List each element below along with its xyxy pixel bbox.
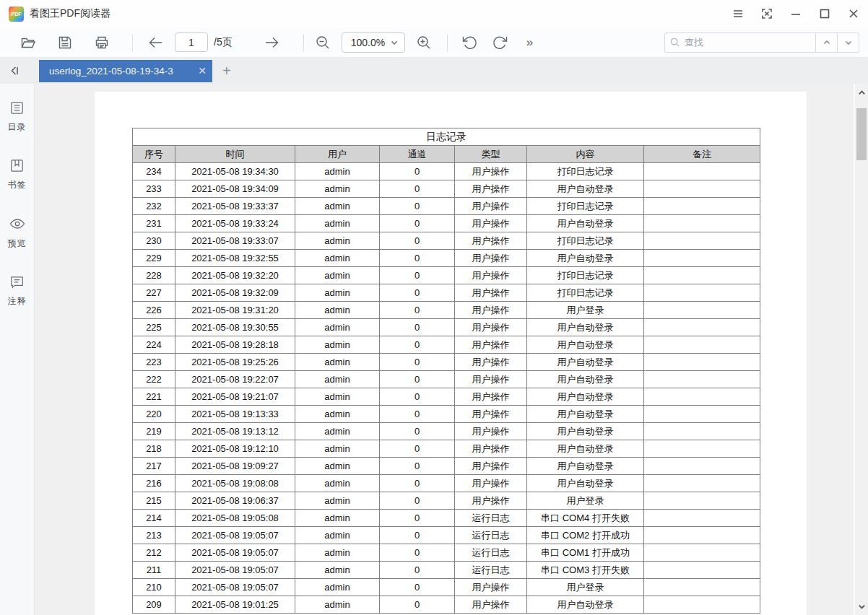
vertical-scrollbar[interactable] (854, 84, 868, 615)
table-cell: 打印日志记录 (527, 198, 644, 215)
table-cell: 用户自动登录 (527, 180, 644, 198)
table-row: 2232021-05-08 19:25:26admin0用户操作用户自动登录 (133, 354, 760, 371)
table-row: 2322021-05-08 19:33:37admin0用户操作打印日志记录 (133, 198, 760, 215)
maximize-icon[interactable] (810, 0, 839, 27)
table-cell: admin (295, 198, 380, 215)
scroll-down-icon[interactable] (855, 599, 868, 614)
more-tools-icon[interactable]: » (526, 35, 532, 50)
prev-page-icon[interactable] (147, 34, 165, 51)
table-cell (644, 198, 760, 215)
table-cell: 2021-05-08 19:33:24 (175, 215, 295, 232)
minimize-icon[interactable] (781, 0, 810, 27)
table-row: 2282021-05-08 19:32:20admin0用户操作打印日志记录 (133, 267, 760, 284)
sidebar-item-toc[interactable]: 目录 (8, 100, 27, 134)
sidebar-item-label: 注释 (8, 295, 27, 308)
search-group (664, 32, 859, 53)
table-cell: 运行日志 (455, 544, 527, 562)
table-cell: admin (295, 267, 380, 284)
table-cell: 2021-05-08 19:34:30 (175, 163, 295, 180)
table-cell: 2021-05-08 19:13:33 (175, 406, 295, 423)
table-title: 日志记录 (133, 128, 760, 146)
table-cell: 0 (380, 406, 455, 423)
table-cell: 用户自动登录 (527, 215, 644, 232)
table-cell: 2021-05-08 19:05:07 (175, 579, 295, 596)
next-page-icon[interactable] (263, 34, 280, 51)
search-box (664, 32, 816, 53)
fullscreen-icon[interactable] (752, 0, 781, 27)
zoom-level-dropdown[interactable]: 100.0% (342, 32, 405, 53)
log-table-body: 2342021-05-08 19:34:30admin0用户操作打印日志记录23… (133, 163, 760, 614)
page-number-input[interactable] (175, 32, 208, 52)
search-input[interactable] (685, 37, 807, 48)
table-cell: 0 (380, 371, 455, 388)
scrollbar-thumb[interactable] (856, 108, 867, 160)
table-cell: 0 (380, 198, 455, 215)
table-cell: 用户自动登录 (527, 423, 644, 440)
main-area: 目录 书签 预览 注释 日志记录 (0, 84, 868, 615)
rotate-right-icon[interactable] (492, 34, 509, 51)
table-cell: 用户自动登录 (527, 250, 644, 267)
table-cell (644, 579, 760, 596)
sidebar-item-preview[interactable]: 预览 (8, 215, 27, 250)
open-folder-icon[interactable] (19, 34, 37, 51)
table-cell: 串口 COM4 打开失败 (527, 510, 644, 527)
close-icon[interactable] (839, 0, 868, 27)
table-cell: 用户操作 (455, 423, 527, 440)
table-cell: 2021-05-08 19:05:07 (175, 562, 295, 579)
table-cell: 209 (133, 596, 175, 614)
table-cell: 219 (133, 423, 175, 440)
table-cell: admin (295, 423, 380, 440)
table-cell: 2021-05-08 19:32:09 (175, 284, 295, 302)
table-row: 2112021-05-08 19:05:07admin0运行日志串口 COM3 … (133, 562, 760, 579)
find-prev-icon[interactable] (816, 32, 838, 53)
collapse-tabs-icon[interactable] (3, 60, 26, 82)
table-cell (644, 562, 760, 579)
table-cell: 2021-05-08 19:33:07 (175, 232, 295, 250)
table-cell: 用户操作 (455, 475, 527, 492)
rotate-left-icon[interactable] (461, 34, 478, 51)
save-icon[interactable] (56, 34, 74, 51)
table-row: 2302021-05-08 19:33:07admin0用户操作打印日志记录 (133, 232, 760, 250)
sidebar-item-annotations[interactable]: 注释 (8, 274, 27, 308)
table-cell: 225 (133, 319, 175, 336)
table-cell: admin (295, 371, 380, 388)
table-cell (644, 510, 760, 527)
table-cell: 0 (380, 267, 455, 284)
table-cell: 用户自动登录 (527, 371, 644, 388)
print-icon[interactable] (93, 34, 110, 51)
tab-userlog[interactable]: userlog_2021-05-08-19-34-3 ✕ (39, 60, 212, 82)
table-cell: 223 (133, 354, 175, 371)
table-cell: 2021-05-08 19:34:09 (175, 180, 295, 198)
table-cell: 2021-05-08 19:28:18 (175, 336, 295, 354)
app-logo-icon: PDF (9, 6, 24, 22)
scroll-up-icon[interactable] (855, 85, 868, 100)
table-cell: 用户操作 (455, 163, 527, 180)
table-cell (644, 163, 760, 180)
menu-icon[interactable] (724, 0, 752, 27)
find-next-icon[interactable] (838, 32, 859, 53)
table-row: 2212021-05-08 19:21:07admin0用户操作用户自动登录 (133, 388, 760, 406)
table-cell: 2021-05-08 19:21:07 (175, 388, 295, 406)
table-cell: admin (295, 527, 380, 544)
document-viewport[interactable]: 日志记录 序号 时间 用户 通道 类型 内容 备注 2342021-05-08 … (35, 84, 854, 615)
sidebar-item-bookmarks[interactable]: 书签 (8, 157, 27, 191)
table-row: 2242021-05-08 19:28:18admin0用户操作用户自动登录 (133, 336, 760, 354)
table-cell: 打印日志记录 (527, 267, 644, 284)
table-cell: 0 (380, 319, 455, 336)
table-cell (644, 354, 760, 371)
table-row: 2292021-05-08 19:32:55admin0用户操作用户自动登录 (133, 250, 760, 267)
table-cell: 用户自动登录 (527, 440, 644, 458)
table-cell (644, 284, 760, 302)
table-cell (644, 371, 760, 388)
table-cell: 用户操作 (455, 250, 527, 267)
table-cell: 2021-05-08 19:06:37 (175, 492, 295, 510)
log-table: 日志记录 序号 时间 用户 通道 类型 内容 备注 2342021-05-08 … (132, 128, 760, 614)
new-tab-button[interactable]: + (222, 63, 231, 79)
tab-close-icon[interactable]: ✕ (198, 66, 207, 76)
zoom-in-icon[interactable] (415, 34, 433, 51)
table-cell: 0 (380, 423, 455, 440)
table-cell: admin (295, 250, 380, 267)
table-cell: 210 (133, 579, 175, 596)
col-header: 内容 (527, 146, 644, 163)
zoom-out-icon[interactable] (314, 34, 331, 51)
